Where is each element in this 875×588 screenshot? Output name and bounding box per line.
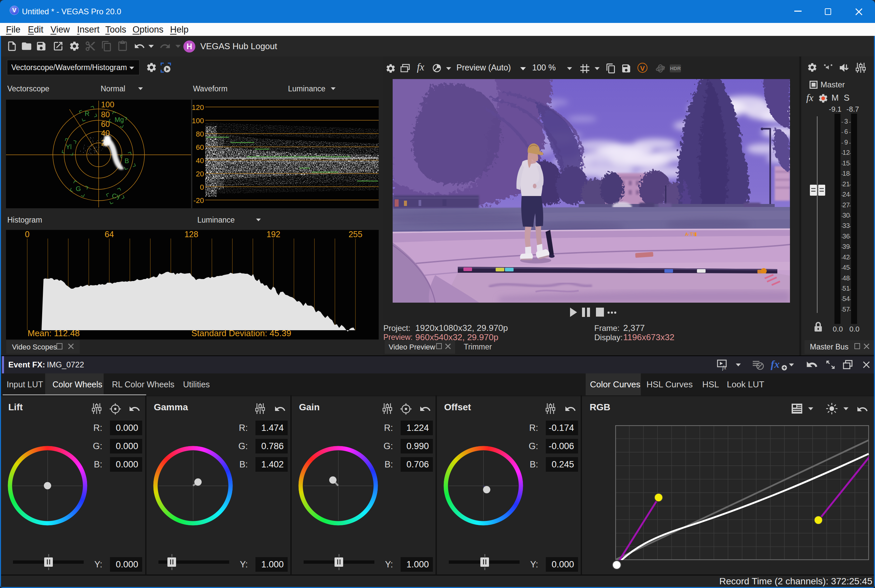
svg-text:64: 64 — [105, 230, 114, 239]
svg-text:Cy: Cy — [112, 192, 120, 200]
svg-text:192: 192 — [267, 230, 280, 239]
svg-text:80: 80 — [101, 110, 110, 119]
svg-text:B: B — [124, 157, 129, 165]
svg-text:Yl: Yl — [66, 143, 72, 150]
svg-text:360: 360 — [658, 66, 665, 71]
svg-text:fx: fx — [722, 364, 727, 371]
svg-text:80: 80 — [196, 130, 204, 138]
svg-text:-20: -20 — [193, 196, 204, 205]
svg-text:Standard Deviation: 45.39: Standard Deviation: 45.39 — [191, 328, 291, 338]
svg-text:G: G — [76, 185, 81, 192]
svg-text:100: 100 — [192, 117, 204, 125]
svg-text:255: 255 — [349, 230, 363, 239]
svg-text:60: 60 — [196, 143, 204, 152]
svg-text:60: 60 — [101, 120, 110, 129]
svg-text:128: 128 — [184, 230, 198, 239]
svg-text:100: 100 — [101, 100, 114, 109]
svg-text:R: R — [85, 110, 89, 117]
svg-text:Mg: Mg — [115, 116, 124, 123]
svg-text:Mean: 112.48: Mean: 112.48 — [28, 328, 80, 338]
svg-text:0: 0 — [25, 230, 30, 239]
svg-text:0: 0 — [200, 183, 204, 191]
svg-text:A·T!▮: A·T!▮ — [685, 231, 697, 237]
svg-text:20: 20 — [196, 170, 204, 178]
svg-text:120: 120 — [192, 104, 204, 112]
svg-text:40: 40 — [196, 156, 204, 165]
